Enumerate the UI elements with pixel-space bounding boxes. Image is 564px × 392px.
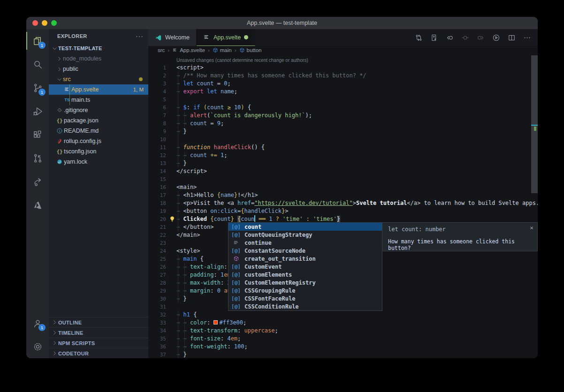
- open-changes-with-file-button[interactable]: [430, 34, 438, 42]
- section-npm-scripts[interactable]: NPM SCRIPTS: [49, 338, 148, 348]
- tree-item-rollup-config-js[interactable]: rollup.config.js: [49, 136, 148, 146]
- tree-item-src[interactable]: src: [49, 74, 148, 84]
- activity-item-live-share[interactable]: [26, 170, 49, 193]
- line-number: 10: [148, 136, 166, 143]
- breadcrumb-app-svelte[interactable]: App.svelte: [172, 47, 205, 53]
- activity-item-pull-requests[interactable]: [26, 146, 49, 170]
- suggest-item-customevent[interactable]: [@]CustomEvent: [229, 263, 382, 271]
- suggest-item-customelementregistry[interactable]: [@]CustomElementRegistry: [229, 279, 382, 286]
- tree-item-main-ts[interactable]: TSmain.ts: [49, 95, 148, 105]
- close-icon[interactable]: ×: [530, 224, 534, 231]
- open-changes-button[interactable]: [415, 34, 423, 42]
- split-editor-button[interactable]: [508, 34, 516, 42]
- code-line-35[interactable]: 35→ → font-size: 4em;: [148, 335, 538, 343]
- code-line-6[interactable]: 6→ $: if (count ≥ 10) {: [148, 104, 538, 112]
- code-line-1[interactable]: 1<script>: [148, 64, 538, 72]
- code-line-13[interactable]: 13→ }: [148, 159, 538, 167]
- pull-request-icon: [32, 153, 43, 164]
- breadcrumb: src›App.svelte›main›button: [148, 46, 538, 54]
- suggest-item-cssgroupingrule[interactable]: [@]CSSGroupingRule: [229, 286, 382, 294]
- code-line-37[interactable]: 37→ }: [148, 351, 538, 358]
- code-line-7[interactable]: 7→ → alert(`count is dangerously high!`)…: [148, 112, 538, 120]
- code-line-19[interactable]: 19→ <button on:click={handleClick}>: [148, 207, 538, 215]
- code-line-2[interactable]: 2→ /** How many times has someone clicke…: [148, 72, 538, 80]
- code-line-15[interactable]: 15: [148, 175, 538, 183]
- explorer-more-actions[interactable]: ···: [136, 32, 144, 40]
- close-window-button[interactable]: [32, 20, 38, 26]
- suggest-item-create_out_transition[interactable]: create_out_transition: [229, 255, 382, 263]
- section-outline[interactable]: OUTLINE: [49, 317, 148, 327]
- activity-item-explorer[interactable]: 1: [26, 29, 49, 53]
- code-line-33[interactable]: 33→ → color: #ff3e00;: [148, 319, 538, 327]
- previous-change-button[interactable]: [446, 34, 454, 42]
- codelens[interactable]: Unsaved changes (cannot determine recent…: [148, 54, 538, 64]
- code-line-12[interactable]: 12→ → count += 1;: [148, 151, 538, 159]
- tree-item-app-svelte[interactable]: App.svelte1, M: [49, 84, 148, 95]
- zoom-window-button[interactable]: [51, 20, 57, 26]
- code-line-5[interactable]: 5: [148, 96, 538, 104]
- tree-item-public[interactable]: public: [49, 64, 148, 74]
- suggest-item-constantsourcenode[interactable]: [@]ConstantSourceNode: [229, 247, 382, 255]
- nav-back-icon: [446, 34, 454, 42]
- code-line-4[interactable]: 4→ export let name;: [148, 88, 538, 96]
- tree-item-yarn-lock[interactable]: yarn.lock: [49, 157, 148, 167]
- breadcrumb-src[interactable]: src: [158, 47, 165, 53]
- code-line-11[interactable]: 11→ function handleClick() {: [148, 143, 538, 151]
- editor-scrollbar[interactable]: [531, 54, 538, 358]
- suggest-item-continue[interactable]: continue: [229, 239, 382, 247]
- tab-welcome[interactable]: Welcome: [148, 29, 197, 46]
- line-number: 21: [148, 223, 166, 231]
- circle-icon: [461, 34, 469, 42]
- tab-app-svelte[interactable]: App.svelte: [197, 29, 255, 46]
- activity-item-extensions[interactable]: [26, 123, 49, 146]
- run-button[interactable]: [492, 34, 500, 42]
- indent-guide: [184, 112, 185, 128]
- code-line-16[interactable]: 16<main>: [148, 183, 538, 191]
- section-timeline[interactable]: TIMELINE: [49, 327, 148, 338]
- line-number: 5: [148, 96, 166, 104]
- activity-item-settings[interactable]: [26, 335, 49, 358]
- code-line-14[interactable]: 14</script>: [148, 167, 538, 175]
- suggest-item-customelements[interactable]: [@]customElements: [229, 271, 382, 279]
- code-line-36[interactable]: 36→ → font-weight: 100;: [148, 343, 538, 351]
- code-line-3[interactable]: 3→ let count = 0;: [148, 80, 538, 88]
- code-line-34[interactable]: 34→ → text-transform: uppercase;: [148, 327, 538, 335]
- suggest-item-countqueuingstrategy[interactable]: [@]CountQueuingStrategy: [229, 231, 382, 239]
- tree-item--gitignore[interactable]: .gitignore: [49, 105, 148, 115]
- tree-item-package-json[interactable]: {}package.json: [49, 115, 148, 126]
- tree-item-node-modules[interactable]: node_modules: [49, 53, 148, 64]
- code-line-32[interactable]: 32→ h1 {: [148, 311, 538, 319]
- code-line-9[interactable]: 9→ }: [148, 128, 538, 136]
- code-line-17[interactable]: 17→ <h1>Hello {name}!</h1>: [148, 191, 538, 199]
- activity-item-accounts[interactable]: 1: [26, 311, 49, 335]
- tree-item-readme-md[interactable]: README.md: [49, 126, 148, 136]
- current-change-button[interactable]: [461, 34, 469, 42]
- suggest-item-cssfontfacerule[interactable]: [@]CSSFontFaceRule: [229, 294, 382, 302]
- vscode-window: App.svelte — test-template 111 EXPLORER …: [26, 17, 538, 358]
- suggest-item-count[interactable]: [@]count: [229, 223, 382, 231]
- activity-item-run-and-debug[interactable]: [26, 99, 49, 123]
- line-number: 20: [148, 215, 166, 223]
- breadcrumb-main[interactable]: main: [213, 47, 232, 53]
- code-line-10[interactable]: 10: [148, 136, 538, 143]
- activity-item-search[interactable]: [26, 53, 49, 76]
- breadcrumb-button[interactable]: button: [239, 47, 262, 53]
- color-swatch[interactable]: [213, 320, 218, 324]
- tree-root-folder[interactable]: TEST-TEMPLATE: [49, 43, 148, 53]
- tree-item-tsconfig-json[interactable]: {}tsconfig.json: [49, 146, 148, 157]
- symbol-variable-icon: [@]: [230, 264, 242, 270]
- minimize-window-button[interactable]: [42, 20, 47, 26]
- activity-item-source-control[interactable]: 1: [26, 76, 49, 99]
- section-codetour[interactable]: CODETOUR: [49, 348, 148, 358]
- line-number: 17: [148, 191, 166, 199]
- scrollbar-thumb[interactable]: [531, 55, 538, 193]
- next-change-button[interactable]: [477, 34, 485, 42]
- code-editor[interactable]: Unsaved changes (cannot determine recent…: [148, 54, 538, 358]
- suggest-item-cssconditionrule[interactable]: [@]CSSConditionRule: [229, 302, 382, 310]
- activity-item-azure[interactable]: [26, 193, 49, 217]
- code-line-18[interactable]: 18→ <p>Visit the <a href="https://svelte…: [148, 199, 538, 207]
- line-number: 23: [148, 239, 166, 247]
- more-actions-button[interactable]: [523, 34, 531, 42]
- lightbulb-icon[interactable]: [169, 216, 175, 222]
- code-line-8[interactable]: 8→ → count = 9;: [148, 120, 538, 128]
